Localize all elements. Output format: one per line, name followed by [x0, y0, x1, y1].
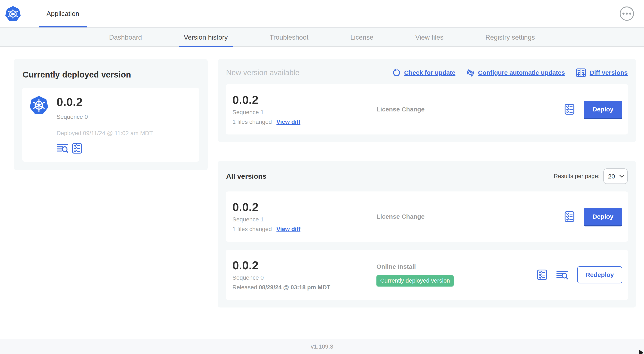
currently-deployed-panel: Currently deployed version 0.0.2 Sequenc… — [14, 59, 208, 170]
deployed-version-number: 0.0.2 — [56, 95, 153, 109]
diff-icon — [576, 68, 586, 77]
app-icon — [29, 95, 49, 115]
view-diff-link[interactable]: View diff — [276, 226, 300, 232]
top-bar: Application — [0, 0, 644, 28]
refresh-icon — [392, 69, 401, 77]
right-column: New version available Check for update C… — [218, 59, 636, 307]
version-sequence: Sequence 0 — [232, 274, 376, 281]
version-source: License Change — [376, 213, 564, 220]
tab-license[interactable]: License — [345, 28, 378, 47]
main-content: Currently deployed version 0.0.2 Sequenc… — [0, 47, 644, 339]
admin-console-version: v1.109.3 — [311, 343, 333, 350]
deploy-logs-button[interactable] — [556, 270, 568, 280]
version-row: 0.0.2 Sequence 0 Released 08/29/24 @ 03:… — [226, 250, 628, 300]
results-per-page-label: Results per page: — [554, 173, 600, 180]
preflight-checks-button[interactable] — [564, 211, 574, 222]
version-number: 0.0.2 — [232, 259, 376, 272]
new-version-heading: New version available — [226, 68, 300, 77]
version-number: 0.0.2 — [232, 201, 376, 214]
tab-dashboard[interactable]: Dashboard — [104, 28, 147, 47]
deploy-logs-button[interactable] — [56, 144, 68, 153]
logs-icon — [556, 270, 568, 280]
version-sequence: Sequence 1 — [232, 216, 376, 223]
version-number: 0.0.2 — [232, 93, 376, 106]
preflight-checks-button[interactable] — [537, 269, 547, 280]
new-version-row: 0.0.2 Sequence 1 1 files changed View di… — [226, 84, 628, 135]
new-version-panel: New version available Check for update C… — [218, 59, 636, 142]
results-per-page-select[interactable]: 20 — [604, 168, 628, 184]
files-changed-label: 1 files changed — [232, 119, 272, 125]
currently-deployed-badge: Currently deployed version — [376, 275, 454, 286]
tab-version-history[interactable]: Version history — [179, 28, 233, 47]
tab-view-files[interactable]: View files — [410, 28, 449, 47]
app-tab-application[interactable]: Application — [39, 0, 87, 28]
currently-deployed-card: 0.0.2 Sequence 0 Deployed 09/11/24 @ 11:… — [22, 88, 199, 162]
configure-automatic-updates-link[interactable]: Configure automatic updates — [466, 69, 565, 77]
version-sequence: Sequence 1 — [232, 109, 376, 116]
currently-deployed-heading: Currently deployed version — [22, 70, 199, 79]
tab-troubleshoot[interactable]: Troubleshoot — [265, 28, 314, 47]
tab-registry-settings[interactable]: Registry settings — [480, 28, 540, 47]
overflow-menu-button[interactable] — [620, 7, 634, 21]
checklist-icon — [72, 143, 82, 154]
deploy-button[interactable]: Deploy — [584, 101, 622, 118]
deployed-date: Deployed 09/11/24 @ 11:02 am MDT — [56, 130, 153, 137]
version-source: Online Install — [376, 263, 537, 270]
view-diff-link[interactable]: View diff — [276, 119, 300, 125]
deployed-sequence: Sequence 0 — [56, 114, 153, 120]
version-source: License Change — [376, 106, 564, 113]
preflight-checks-button[interactable] — [564, 104, 574, 115]
checklist-icon — [564, 211, 574, 222]
version-row: 0.0.2 Sequence 1 1 files changed View di… — [226, 191, 628, 242]
kubernetes-logo-icon — [4, 5, 21, 22]
checklist-icon — [564, 104, 574, 115]
released-date: Released 08/29/24 @ 03:18 pm MDT — [232, 284, 376, 291]
check-for-update-link[interactable]: Check for update — [392, 69, 455, 77]
app-subnav: Dashboard Version history Troubleshoot L… — [0, 28, 644, 47]
all-versions-panel: All versions Results per page: 20 0.0.2 … — [218, 161, 636, 307]
redeploy-button[interactable]: Redeploy — [577, 266, 622, 283]
preflight-checks-button[interactable] — [72, 143, 82, 154]
footer: v1.109.3 — [0, 339, 644, 354]
mouse-cursor — [640, 350, 644, 354]
all-versions-heading: All versions — [226, 172, 266, 180]
ellipsis-icon — [622, 13, 624, 15]
schedule-update-icon — [466, 69, 475, 77]
checklist-icon — [537, 269, 547, 280]
logs-icon — [56, 144, 68, 153]
app-tab-label: Application — [46, 10, 79, 18]
diff-versions-link[interactable]: Diff versions — [576, 68, 628, 77]
deploy-button[interactable]: Deploy — [584, 208, 622, 225]
files-changed-label: 1 files changed — [232, 226, 272, 232]
